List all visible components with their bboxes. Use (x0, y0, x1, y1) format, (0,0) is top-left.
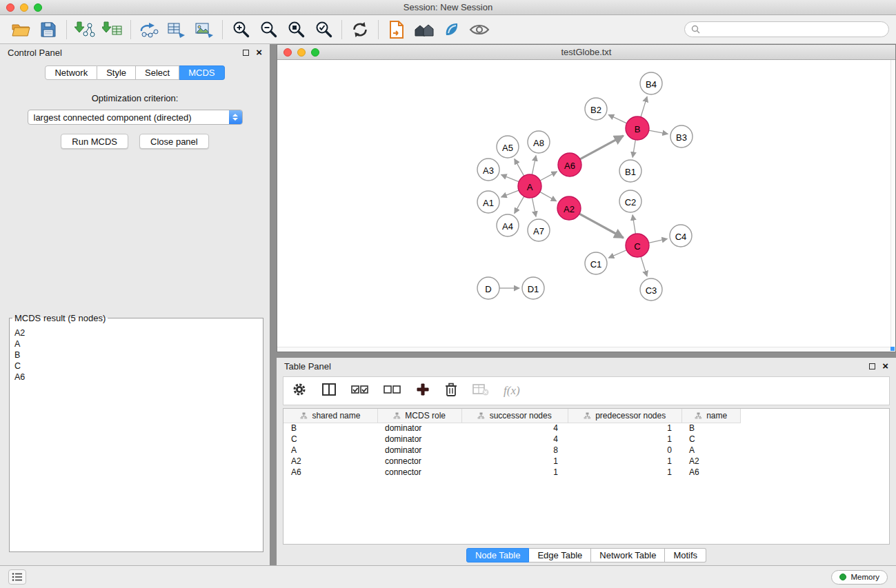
mcds-result-item[interactable]: A (14, 338, 263, 349)
node-B2[interactable]: B2 (585, 98, 607, 120)
zoom-network-window-button[interactable] (311, 48, 319, 57)
tab-network[interactable]: Network (45, 65, 97, 80)
diffusion-button[interactable] (438, 17, 466, 42)
home-button[interactable] (410, 17, 438, 42)
resize-grip[interactable] (890, 347, 895, 351)
tab-mcds[interactable]: MCDS (179, 65, 224, 80)
edge-A2-C[interactable] (579, 214, 624, 238)
node-B[interactable]: B (626, 116, 649, 140)
zoom-window-button[interactable] (34, 3, 42, 12)
export-table-button[interactable] (163, 17, 190, 42)
tab-style[interactable]: Style (97, 65, 136, 80)
table-row[interactable]: A2connector11A2 (283, 456, 889, 467)
node-A3[interactable]: A3 (477, 159, 499, 181)
mcds-result-item[interactable]: C (14, 361, 263, 372)
column-header-predecessor-nodes[interactable]: predecessor nodes (568, 409, 681, 423)
edge-A-A1[interactable] (501, 190, 519, 197)
function-builder-button[interactable]: f(x) (504, 384, 520, 398)
edge-A-A4[interactable] (515, 196, 524, 214)
table-row[interactable]: Cdominator41C (283, 434, 889, 445)
table-row[interactable]: A6connector11A6 (283, 467, 889, 478)
mcds-result-item[interactable]: A6 (14, 372, 263, 383)
close-network-window-button[interactable] (283, 48, 292, 57)
import-table-button[interactable] (99, 17, 126, 42)
export-network-button[interactable] (135, 17, 163, 42)
criterion-dropdown[interactable]: largest connected component (directed) (28, 110, 243, 125)
memory-button[interactable]: Memory (831, 570, 888, 585)
delete-table-button[interactable] (472, 383, 489, 399)
open-session-button[interactable] (7, 17, 34, 42)
zoom-out-button[interactable] (255, 17, 282, 42)
edge-A-A6[interactable] (540, 172, 557, 181)
run-mcds-button[interactable]: Run MCDS (61, 134, 128, 149)
node-A7[interactable]: A7 (528, 219, 550, 241)
table-row[interactable]: Adominator80A (283, 445, 889, 456)
edge-B-B2[interactable] (608, 114, 626, 123)
edge-A-A7[interactable] (532, 198, 536, 217)
node-C3[interactable]: C3 (640, 278, 662, 301)
search-box[interactable] (684, 21, 889, 37)
node-A6[interactable]: A6 (558, 153, 581, 176)
tab-network-table[interactable]: Network Table (591, 548, 665, 562)
minimize-window-button[interactable] (20, 3, 28, 12)
show-columns-button[interactable] (321, 383, 337, 399)
close-table-panel-icon[interactable]: × (882, 362, 888, 370)
edge-A-A8[interactable] (532, 156, 536, 175)
node-C4[interactable]: C4 (670, 225, 692, 247)
network-file-button[interactable] (383, 17, 410, 42)
mcds-result-item[interactable]: A2 (14, 327, 263, 338)
refresh-button[interactable] (346, 17, 374, 42)
edge-B-B3[interactable] (649, 130, 668, 134)
close-panel-button[interactable]: Close panel (139, 134, 209, 149)
export-image-button[interactable] (190, 17, 218, 42)
column-header-MCDS-role[interactable]: MCDS role (377, 409, 461, 423)
node-B4[interactable]: B4 (640, 72, 662, 94)
edge-A-A2[interactable] (540, 192, 557, 201)
node-A4[interactable]: A4 (497, 214, 519, 236)
node-A1[interactable]: A1 (477, 191, 499, 213)
minimize-network-window-button[interactable] (297, 48, 306, 57)
float-panel-icon[interactable] (243, 50, 249, 56)
table-settings-button[interactable] (292, 382, 307, 400)
save-session-button[interactable] (34, 17, 62, 42)
tab-motifs[interactable]: Motifs (665, 548, 706, 562)
horizontal-scrollbar[interactable] (277, 347, 890, 352)
node-C2[interactable]: C2 (619, 190, 641, 212)
deselect-all-button[interactable] (384, 383, 401, 398)
node-A[interactable]: A (518, 174, 541, 198)
close-window-button[interactable] (6, 3, 14, 12)
vertical-scrollbar[interactable] (890, 60, 895, 347)
column-header-name[interactable]: name (681, 409, 740, 423)
node-A2[interactable]: A2 (557, 196, 581, 220)
node-B3[interactable]: B3 (670, 125, 693, 148)
edge-C-C2[interactable] (633, 215, 635, 234)
edge-C-C1[interactable] (608, 250, 626, 258)
select-all-button[interactable] (351, 383, 369, 398)
zoom-fit-button[interactable] (282, 17, 310, 42)
tab-select[interactable]: Select (136, 65, 179, 80)
tab-node-table[interactable]: Node Table (466, 548, 530, 562)
mcds-result-item[interactable]: B (14, 349, 263, 361)
node-A8[interactable]: A8 (528, 131, 550, 153)
edge-A-A5[interactable] (515, 159, 524, 176)
node-C[interactable]: C (626, 234, 649, 257)
node-B1[interactable]: B1 (619, 160, 641, 182)
network-canvas[interactable]: AA1A2A3A4A5A6A7A8BB1B2B3B4CC1C2C3C4DD1 (277, 60, 895, 352)
edge-C-C4[interactable] (649, 239, 668, 243)
node-D[interactable]: D (477, 277, 499, 299)
edge-C-C3[interactable] (641, 256, 647, 276)
table-row[interactable]: Bdominator41B (283, 423, 889, 434)
zoom-selected-button[interactable] (310, 17, 337, 42)
column-header-shared-name[interactable]: shared name (283, 409, 377, 423)
column-header-successor-nodes[interactable]: successor nodes (461, 409, 568, 423)
node-D1[interactable]: D1 (522, 277, 544, 299)
edge-A6-B[interactable] (580, 136, 624, 159)
show-panels-button[interactable] (8, 569, 26, 585)
panel-divider[interactable] (277, 352, 896, 358)
delete-column-button[interactable] (444, 382, 458, 400)
float-table-panel-icon[interactable] (869, 363, 875, 369)
edge-B-B4[interactable] (641, 97, 647, 117)
tab-edge-table[interactable]: Edge Table (529, 548, 591, 562)
show-graphics-details-button[interactable] (466, 17, 493, 42)
node-A5[interactable]: A5 (497, 136, 519, 158)
